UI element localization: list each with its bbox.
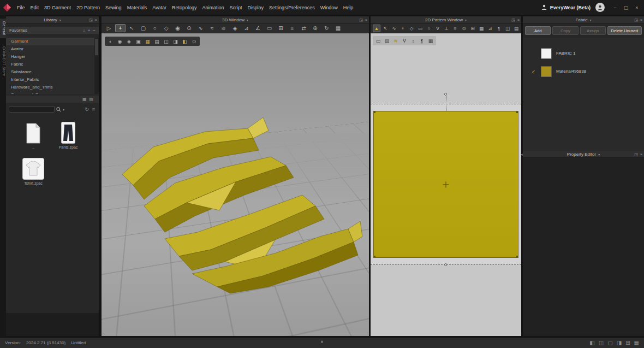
menu-display[interactable]: Display	[245, 0, 267, 15]
2d-window-titlebar[interactable]: 2D Pattern Window ▾ ◳ ×	[371, 16, 521, 23]
float-panel-icon[interactable]: ◳	[634, 16, 638, 23]
close-panel-icon[interactable]: ×	[517, 16, 520, 23]
favorite-fabric[interactable]: Fabric	[6, 61, 99, 68]
toggle-show-arrangement-points[interactable]: ◈	[125, 38, 133, 45]
tool-free-sewing[interactable]: ≈	[207, 24, 217, 32]
tool-circle[interactable]: ○	[425, 25, 433, 32]
app-logo-icon[interactable]	[0, 3, 14, 13]
tool-seam-allowance[interactable]: ≡	[451, 25, 459, 32]
tool-select-mesh[interactable]: ↖	[127, 24, 137, 32]
toggle-thick-textured[interactable]: ▤	[153, 38, 161, 45]
menu-settings-preferences[interactable]: Settings/Preferences	[266, 0, 318, 15]
close-panel-icon[interactable]: ×	[640, 16, 642, 23]
tool-measure-angle[interactable]: ∠	[253, 24, 263, 32]
menu-3d-garment[interactable]: 3D Garment	[41, 0, 74, 15]
favorites-scrollbar[interactable]	[94, 38, 99, 94]
float-panel-icon[interactable]: ◳	[634, 151, 638, 158]
property-editor-titlebar[interactable]: Property Editor ▾ ◳ ×	[523, 151, 644, 158]
tool-notch[interactable]: ⊥	[443, 25, 450, 32]
tool-polygon[interactable]: ◇	[408, 25, 415, 32]
tool-tack-on-avatar[interactable]: ⊙	[184, 24, 194, 32]
tool-measure-tape[interactable]: ⊿	[241, 24, 252, 32]
tool-simulate[interactable]: ▷	[104, 24, 114, 32]
menu-materials[interactable]: Materials	[124, 0, 150, 15]
tool-edit-curvature[interactable]: ∿	[390, 25, 398, 32]
garment-mesh[interactable]	[102, 33, 369, 336]
menu-sewing[interactable]: Sewing	[103, 0, 124, 15]
tool-render[interactable]: ▦	[333, 24, 343, 32]
tool-select-box[interactable]: ▢	[138, 24, 148, 32]
favorite-garment[interactable]: Garment	[6, 38, 99, 45]
tool-segment-sewing[interactable]: ∿	[195, 24, 206, 32]
maximize-button[interactable]: ▢	[621, 2, 631, 14]
layout-browser-icon[interactable]: ▦	[634, 340, 639, 346]
layout-2d-only-icon[interactable]: ◨	[617, 340, 622, 346]
menu-edit[interactable]: Edit	[28, 0, 42, 15]
favorite-avatar[interactable]: Avatar	[6, 45, 99, 53]
toggle-show-avatar-tape[interactable]: ◧	[181, 38, 189, 45]
add-fabric-button[interactable]: Add	[525, 26, 551, 35]
tool-pin[interactable]: ◉	[172, 24, 183, 32]
file-pants[interactable]: Pants.zpac	[51, 120, 86, 149]
fabric-panel-titlebar[interactable]: Fabric ▾ ◳ ×	[523, 16, 644, 23]
close-panel-icon[interactable]: ×	[95, 16, 97, 23]
search-options-caret-icon[interactable]: ▾	[63, 108, 64, 111]
tool-edit-sewing[interactable]: ≋	[218, 24, 229, 32]
menu-window[interactable]: Window	[318, 0, 341, 15]
toggle-show-seamline[interactable]: ≋	[392, 37, 399, 44]
layout-quad-icon[interactable]: ⊞	[625, 340, 630, 346]
delete-unused-button[interactable]: Delete Unused	[607, 26, 642, 35]
3d-viewport[interactable]: ◐◉◈▣▦▤◫◨◧⊙	[102, 33, 369, 336]
toggle-show-annotation[interactable]: ¶	[418, 37, 426, 44]
favorite-scene-and-props[interactable]: Scene_and_Props	[6, 91, 99, 94]
scrollbar-thumb[interactable]	[95, 39, 98, 55]
tool-annotation[interactable]: ¶	[495, 25, 503, 32]
tool-flatten[interactable]: ▭	[264, 24, 275, 32]
tool-measure-2d[interactable]: ⊿	[486, 25, 494, 32]
tool-zoom[interactable]: ⊕	[310, 24, 320, 32]
fabric-item-material496838[interactable]: ✓ Material496838	[523, 62, 644, 80]
favorite-substance[interactable]: Substance	[6, 68, 99, 76]
menu-retopology[interactable]: Retopology	[169, 0, 200, 15]
file-parent-folder[interactable]: ..	[16, 120, 51, 149]
toggle-show-pins[interactable]: ▣	[134, 38, 142, 45]
toggle-show-garment[interactable]: ◐	[106, 38, 115, 45]
tool-rotate-view[interactable]: ↻	[321, 24, 332, 32]
menu-script[interactable]: Script	[227, 0, 245, 15]
close-button[interactable]: ×	[631, 2, 642, 14]
user-avatar[interactable]	[595, 3, 605, 12]
toggle-mesh-view[interactable]: ◫	[162, 38, 170, 45]
pattern-corner-point[interactable]	[516, 111, 518, 113]
toggle-show-avatar[interactable]: ◉	[116, 38, 124, 45]
refresh-icon[interactable]: ↻	[85, 107, 89, 112]
favorites-import-icon[interactable]: ↓	[83, 28, 85, 33]
chevron-down-icon[interactable]: ▾	[59, 18, 61, 22]
3d-window-titlebar[interactable]: 3D Window ▾ ◳ ×	[102, 16, 369, 23]
tool-tack-2d[interactable]: ⊙	[460, 25, 468, 32]
library-panel-titlebar[interactable]: Library ▾ ◳ ×	[6, 16, 99, 23]
tool-select-lasso[interactable]: ○	[150, 24, 160, 32]
pattern-corner-point[interactable]	[374, 256, 375, 257]
menu-2d-pattern[interactable]: 2D Pattern	[74, 0, 103, 15]
float-panel-icon[interactable]: ◳	[89, 16, 93, 23]
search-icon[interactable]	[56, 107, 61, 112]
menu-file[interactable]: File	[14, 0, 28, 15]
menu-animation[interactable]: Animation	[200, 0, 227, 15]
tool-wind[interactable]: ⇄	[299, 24, 309, 32]
tool-dart[interactable]: ∇	[434, 25, 442, 32]
chevron-down-icon[interactable]: ▾	[465, 18, 467, 22]
statusbar-collapse-icon[interactable]: ▲	[320, 339, 324, 343]
toggle-show-notch[interactable]: ∇	[401, 37, 408, 44]
tool-show-grid[interactable]: ▤	[512, 25, 520, 32]
toggle-show-grainline[interactable]: ↕	[409, 37, 417, 44]
favorites-remove-icon[interactable]: −	[93, 28, 96, 33]
tool-edit-pattern[interactable]: ↖	[381, 25, 389, 32]
float-panel-icon[interactable]: ◳	[511, 16, 515, 23]
fabric-item-fabric-1[interactable]: ✓ FABRIC 1	[523, 44, 644, 62]
layout-3d-only-icon[interactable]: ▢	[607, 340, 612, 346]
tool-grid[interactable]: ⊞	[276, 24, 286, 32]
copy-fabric-button[interactable]: Copy	[552, 26, 578, 35]
toggle-show-texture[interactable]: ▦	[427, 37, 434, 44]
tool-add-point[interactable]: +	[399, 25, 407, 32]
favorite-interior-fabric[interactable]: Interior_Fabric	[6, 76, 99, 84]
